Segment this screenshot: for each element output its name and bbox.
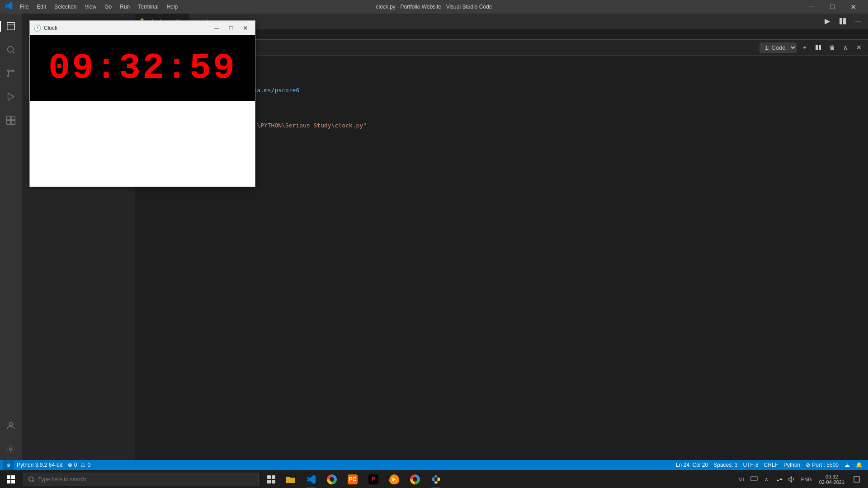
warning-icon: ⚠ xyxy=(80,462,85,468)
chrome2-taskbar-icon[interactable] xyxy=(405,470,425,488)
svg-rect-7 xyxy=(11,116,15,120)
remote-indicator[interactable]: ⊗ xyxy=(3,460,14,470)
line-ending-status[interactable]: CRLF xyxy=(761,460,781,470)
svg-point-4 xyxy=(8,75,9,77)
run-debug-icon[interactable] xyxy=(0,86,22,108)
line-col-status[interactable]: Ln 24, Col 20 xyxy=(673,460,711,470)
search-box[interactable] xyxy=(24,473,259,486)
terminal-profile-dropdown[interactable]: 1: Code xyxy=(760,42,797,53)
window-title: clock.py - Portfolio Website - Visual St… xyxy=(376,4,492,10)
source-control-icon[interactable] xyxy=(0,62,22,84)
clock-titlebar: 🕐 Clock ─ □ ✕ xyxy=(30,21,255,35)
mi-icon[interactable]: MI xyxy=(736,470,747,488)
clock-minimize-button[interactable]: ─ xyxy=(211,22,222,34)
svg-rect-13 xyxy=(843,18,846,24)
tray-date: 02-04-2021 xyxy=(819,479,844,485)
chevron-up-icon[interactable]: ∧ xyxy=(761,470,772,488)
terminal-actions: 1: Code + 🗑 ∧ ✕ xyxy=(760,42,864,53)
clock-title-icon: 🕐 xyxy=(33,24,41,32)
python-taskbar-icon[interactable] xyxy=(426,470,446,488)
menu-file[interactable]: File xyxy=(16,2,32,12)
maximize-terminal-button[interactable]: ∧ xyxy=(840,42,851,53)
notification-bell[interactable]: 🔔 xyxy=(853,460,865,470)
run-button[interactable]: ▶ xyxy=(822,16,833,27)
vlc-taskbar-icon[interactable]: ▶ xyxy=(384,470,404,488)
maximize-button[interactable]: □ xyxy=(822,0,843,14)
taskbar-tray: MI ∧ ENG 09:32 02-04-2021 xyxy=(736,470,868,488)
tab-bar-actions: ▶ ··· xyxy=(817,14,868,29)
notification-tray-button[interactable] xyxy=(850,470,863,488)
outline-section[interactable]: › OUTLINE xyxy=(22,446,135,460)
unknown-app-taskbar-icon[interactable]: PC xyxy=(343,470,363,488)
svg-rect-0 xyxy=(7,23,15,30)
menu-run[interactable]: Run xyxy=(116,2,133,12)
svg-rect-9 xyxy=(11,121,15,124)
menu-terminal[interactable]: Terminal xyxy=(134,2,162,12)
outline-chevron: › xyxy=(25,450,28,457)
menu-go[interactable]: Go xyxy=(101,2,115,12)
account-icon[interactable] xyxy=(0,415,22,436)
network-icon[interactable] xyxy=(774,470,785,488)
pc-tray-icon[interactable] xyxy=(749,470,760,488)
python-version-status[interactable]: Python 3.9.2 64-bit xyxy=(14,460,65,470)
svg-rect-22 xyxy=(11,480,15,483)
explorer-icon[interactable] xyxy=(0,15,22,37)
minimize-button[interactable]: ─ xyxy=(801,0,822,14)
close-button[interactable]: ✕ xyxy=(843,0,863,14)
menu-edit[interactable]: Edit xyxy=(33,2,50,12)
taskbar-search-input[interactable] xyxy=(38,476,254,483)
broadcast-icon: ⊘ xyxy=(806,462,810,468)
error-icon: ⊗ xyxy=(68,462,72,468)
clock-body: 09:32:59 xyxy=(30,35,255,187)
split-editor-button[interactable] xyxy=(837,16,848,27)
new-terminal-button[interactable]: + xyxy=(799,42,810,53)
close-terminal-button[interactable]: ✕ xyxy=(854,42,864,53)
lang-indicator[interactable]: ENG xyxy=(799,470,814,488)
clock-close-button[interactable]: ✕ xyxy=(240,22,251,34)
svg-point-11 xyxy=(9,448,12,450)
clock-window: 🕐 Clock ─ □ ✕ 09:32:59 xyxy=(29,20,255,187)
menu-selection[interactable]: Selection xyxy=(51,2,80,12)
svg-rect-16 xyxy=(845,466,849,467)
clock-tray[interactable]: 09:32 02-04-2021 xyxy=(816,470,848,488)
titlebar: File Edit Selection View Go Run Terminal… xyxy=(0,0,868,14)
kill-terminal-button[interactable]: 🗑 xyxy=(826,42,837,53)
svg-rect-19 xyxy=(7,475,10,479)
settings-icon[interactable] xyxy=(0,438,22,460)
svg-rect-26 xyxy=(267,480,271,483)
svg-point-10 xyxy=(9,422,12,426)
vscode-taskbar-icon[interactable] xyxy=(301,470,321,488)
svg-marker-5 xyxy=(8,93,14,101)
clock-maximize-button[interactable]: □ xyxy=(225,22,237,34)
clock-display: 09:32:59 xyxy=(30,35,255,101)
language-status[interactable]: Python xyxy=(781,460,803,470)
menu-view[interactable]: View xyxy=(81,2,100,12)
svg-rect-29 xyxy=(854,477,859,482)
extensions-icon[interactable] xyxy=(0,109,22,131)
start-button[interactable] xyxy=(0,470,22,488)
svg-rect-15 xyxy=(819,45,821,50)
vscode-logo xyxy=(5,2,13,12)
port-status[interactable]: ⊘ Port : 5500 xyxy=(803,460,841,470)
speaker-icon[interactable] xyxy=(787,470,797,488)
menu-help[interactable]: Help xyxy=(163,2,182,12)
jetbrains-taskbar-icon[interactable]: P xyxy=(363,470,383,488)
activity-bar xyxy=(0,14,22,460)
task-view-button[interactable] xyxy=(263,470,279,488)
svg-rect-12 xyxy=(840,18,842,24)
broadcast-status[interactable] xyxy=(841,460,853,470)
spaces-status[interactable]: Spaces: 3 xyxy=(711,460,740,470)
search-icon[interactable] xyxy=(0,39,22,61)
taskbar: PC P ▶ MI ∧ ENG xyxy=(0,470,868,488)
python-version-label: Python 3.9.2 64-bit xyxy=(17,462,62,468)
encoding-status[interactable]: UTF-8 xyxy=(741,460,761,470)
port-label: Port : 5500 xyxy=(812,462,839,468)
clock-time: 09:32:59 xyxy=(48,47,236,89)
split-terminal-button[interactable] xyxy=(813,42,824,53)
file-explorer-taskbar-icon[interactable] xyxy=(280,470,300,488)
errors-warnings[interactable]: ⊗ 0 ⚠ 0 xyxy=(65,460,93,470)
remote-icon: ⊗ xyxy=(6,462,10,468)
chrome-taskbar-icon[interactable] xyxy=(322,470,342,488)
svg-rect-25 xyxy=(272,475,275,479)
more-actions-button[interactable]: ··· xyxy=(853,16,863,27)
